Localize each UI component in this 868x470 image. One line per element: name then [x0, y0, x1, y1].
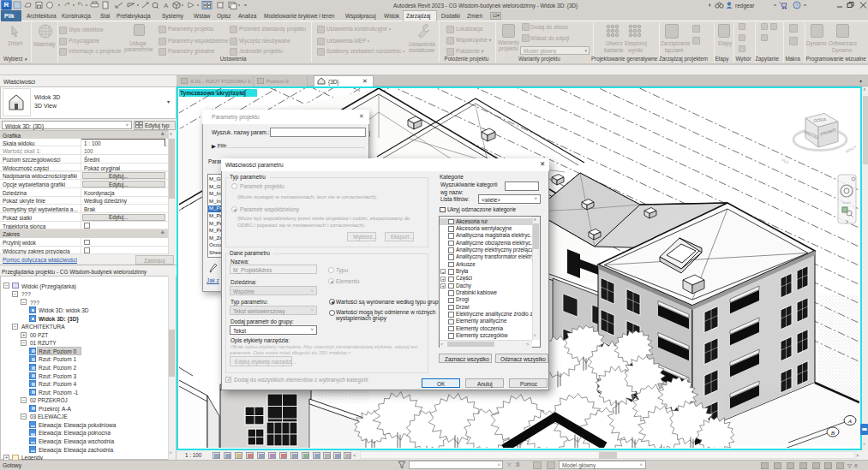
svg-text:A: A: [164, 2, 169, 9]
svg-text:WSCH: WSCH: [845, 145, 857, 154]
svg-text:A: A: [847, 418, 853, 425]
svg-text:B: B: [831, 430, 835, 437]
svg-text:R: R: [4, 1, 9, 9]
svg-text:PŁD: PŁD: [781, 158, 791, 165]
svg-text:?: ?: [795, 3, 799, 9]
svg-text:redgear: redgear: [735, 3, 755, 9]
